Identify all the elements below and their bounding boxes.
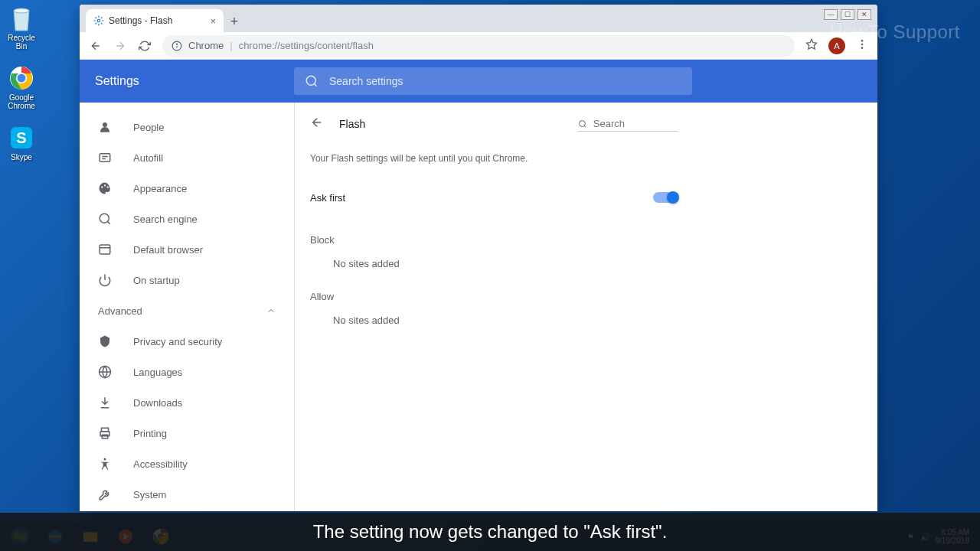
sidebar-item-printing[interactable]: Printing <box>80 418 294 448</box>
svg-text:S: S <box>16 129 26 146</box>
sidebar-item-system[interactable]: System <box>80 479 294 510</box>
sidebar-item-on-startup[interactable]: On startup <box>80 265 294 295</box>
svg-point-20 <box>101 186 103 187</box>
ask-first-toggle[interactable] <box>653 192 678 203</box>
settings-header: Settings Search settings <box>80 60 877 103</box>
svg-point-34 <box>579 120 585 126</box>
reload-button[interactable] <box>138 39 152 53</box>
svg-marker-10 <box>806 39 816 49</box>
svg-point-22 <box>107 186 109 187</box>
accessibility-icon <box>98 457 112 471</box>
search-icon <box>98 212 112 226</box>
tab-close-icon[interactable]: × <box>210 15 216 27</box>
desktop-label: Recycle Bin <box>5 34 38 51</box>
download-icon <box>98 396 112 409</box>
chevron-up-icon <box>266 306 276 315</box>
browser-window: — ☐ ✕ Settings - Flash × + Chrome | chro… <box>80 5 877 511</box>
browser-toolbar: Chrome | chrome://settings/content/flash… <box>80 32 877 60</box>
tab-strip: Settings - Flash × + <box>80 5 877 32</box>
tab-title: Settings - Flash <box>109 15 172 26</box>
sidebar-item-privacy[interactable]: Privacy and security <box>80 326 294 357</box>
settings-search[interactable]: Search settings <box>294 67 692 95</box>
settings-main-panel: Flash Your Flash settings will be kept u… <box>294 103 877 511</box>
panel-title: Flash <box>339 118 365 130</box>
svg-point-6 <box>97 19 100 22</box>
skype-icon: S <box>8 124 35 152</box>
browser-icon <box>98 243 112 256</box>
search-icon <box>305 74 318 88</box>
globe-icon <box>98 365 112 379</box>
wrench-icon <box>98 487 112 501</box>
palette-icon <box>98 181 112 195</box>
url-path: chrome://settings/content/flash <box>239 40 374 51</box>
shield-icon <box>98 334 112 348</box>
bookmark-star-icon[interactable] <box>805 38 818 54</box>
printer-icon <box>98 426 112 440</box>
sidebar-item-downloads[interactable]: Downloads <box>80 387 294 418</box>
new-tab-button[interactable]: + <box>224 11 245 32</box>
search-icon <box>578 119 587 129</box>
block-section-label: Block <box>310 234 678 246</box>
autofill-icon <box>98 151 112 165</box>
recycle-bin-icon <box>8 5 35 32</box>
desktop-chrome[interactable]: Google Chrome <box>5 64 38 110</box>
search-placeholder: Search settings <box>329 75 403 87</box>
svg-point-12 <box>861 43 864 45</box>
gear-icon <box>93 15 104 26</box>
desktop-label: Google Chrome <box>5 93 38 110</box>
svg-point-16 <box>103 122 107 127</box>
svg-line-35 <box>584 126 586 127</box>
svg-rect-25 <box>100 245 110 254</box>
watermark: HowTo Support <box>829 21 960 43</box>
sidebar-item-languages[interactable]: Languages <box>80 357 294 387</box>
address-bar[interactable]: Chrome | chrome://settings/content/flash <box>162 35 795 57</box>
allow-section-label: Allow <box>310 291 678 302</box>
panel-back-button[interactable] <box>310 116 324 132</box>
forward-button[interactable] <box>113 39 127 53</box>
info-icon <box>172 41 182 51</box>
desktop-recycle-bin[interactable]: Recycle Bin <box>5 5 38 51</box>
sidebar-item-reset[interactable]: Reset and clean up <box>80 510 294 511</box>
panel-search-input[interactable] <box>593 118 678 129</box>
window-minimize-button[interactable]: — <box>824 9 838 20</box>
block-empty-text: No sites added <box>310 258 678 269</box>
desktop-skype[interactable]: S Skype <box>5 124 38 161</box>
sidebar-item-accessibility[interactable]: Accessibility <box>80 448 294 479</box>
sidebar-item-default-browser[interactable]: Default browser <box>80 234 294 265</box>
svg-rect-17 <box>100 154 110 162</box>
svg-line-24 <box>107 221 109 223</box>
svg-point-14 <box>306 76 315 85</box>
svg-point-23 <box>100 214 109 223</box>
url-host: Chrome <box>188 40 224 51</box>
svg-point-33 <box>104 458 106 461</box>
back-button[interactable] <box>89 39 103 53</box>
browser-tab[interactable]: Settings - Flash × <box>86 9 224 32</box>
window-close-button[interactable]: ✕ <box>858 9 871 20</box>
svg-line-15 <box>314 83 316 86</box>
person-icon <box>98 120 112 134</box>
video-caption: The setting now gets changed to "Ask fir… <box>0 513 980 551</box>
settings-sidebar: People Autofill Appearance Search engine… <box>80 103 294 511</box>
svg-point-9 <box>176 44 177 44</box>
chrome-icon <box>8 64 35 92</box>
sidebar-item-people[interactable]: People <box>80 112 294 142</box>
flash-info-text: Your Flash settings will be kept until y… <box>310 153 678 164</box>
sidebar-item-search-engine[interactable]: Search engine <box>80 204 294 234</box>
sidebar-item-autofill[interactable]: Autofill <box>80 142 294 173</box>
svg-point-3 <box>18 74 26 83</box>
panel-search[interactable] <box>578 116 678 132</box>
allow-empty-text: No sites added <box>310 315 678 326</box>
svg-point-13 <box>861 47 864 49</box>
desktop-label: Skype <box>11 153 32 161</box>
power-icon <box>98 273 112 287</box>
sidebar-section-advanced[interactable]: Advanced <box>80 295 294 326</box>
settings-title: Settings <box>95 74 294 88</box>
ask-first-label: Ask first <box>310 192 345 204</box>
svg-point-21 <box>104 184 106 186</box>
svg-point-0 <box>14 8 29 13</box>
window-maximize-button[interactable]: ☐ <box>841 9 854 20</box>
sidebar-item-appearance[interactable]: Appearance <box>80 173 294 204</box>
